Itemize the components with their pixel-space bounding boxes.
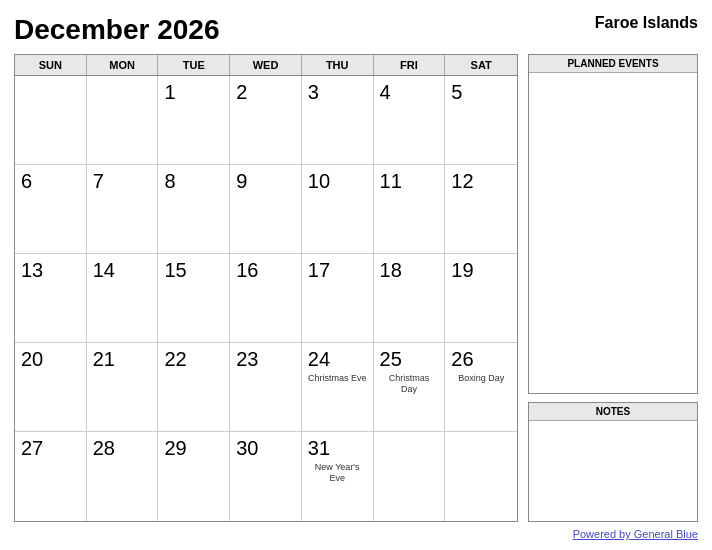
notes-title: NOTES (529, 403, 697, 421)
table-row: 7 (87, 165, 159, 254)
month-title: December 2026 (14, 14, 219, 46)
table-row: 13 (15, 254, 87, 343)
planned-events-box: PLANNED EVENTS (528, 54, 698, 394)
table-row: 31 New Year's Eve (302, 432, 374, 521)
table-row: 9 (230, 165, 302, 254)
table-row: 21 (87, 343, 159, 432)
table-row (445, 432, 517, 521)
table-row (15, 76, 87, 165)
planned-events-content (529, 73, 697, 393)
day-headers: SUN MON TUE WED THU FRI SAT (15, 55, 517, 76)
day-header-mon: MON (87, 55, 159, 75)
table-row: 18 (374, 254, 446, 343)
table-row: 10 (302, 165, 374, 254)
table-row: 23 (230, 343, 302, 432)
table-row: 4 (374, 76, 446, 165)
table-row: 2 (230, 76, 302, 165)
footer: Powered by General Blue (14, 528, 698, 540)
table-row: 27 (15, 432, 87, 521)
calendar-grid: 1 2 3 4 5 6 7 8 9 10 11 12 13 14 15 16 1… (15, 76, 517, 521)
day-header-thu: THU (302, 55, 374, 75)
table-row: 20 (15, 343, 87, 432)
table-row (87, 76, 159, 165)
table-row: 1 (158, 76, 230, 165)
table-row: 22 (158, 343, 230, 432)
main-content: SUN MON TUE WED THU FRI SAT 1 2 3 4 5 6 … (14, 54, 698, 522)
sidebar: PLANNED EVENTS NOTES (528, 54, 698, 522)
page: December 2026 Faroe Islands SUN MON TUE … (0, 0, 712, 550)
table-row: 25 Christmas Day (374, 343, 446, 432)
table-row: 24 Christmas Eve (302, 343, 374, 432)
table-row: 29 (158, 432, 230, 521)
notes-box: NOTES (528, 402, 698, 522)
table-row: 3 (302, 76, 374, 165)
table-row: 11 (374, 165, 446, 254)
region-title: Faroe Islands (595, 14, 698, 32)
day-header-sun: SUN (15, 55, 87, 75)
table-row: 14 (87, 254, 159, 343)
footer-link[interactable]: Powered by General Blue (573, 528, 698, 540)
table-row: 28 (87, 432, 159, 521)
table-row: 16 (230, 254, 302, 343)
table-row: 12 (445, 165, 517, 254)
table-row (374, 432, 446, 521)
table-row: 15 (158, 254, 230, 343)
calendar-section: SUN MON TUE WED THU FRI SAT 1 2 3 4 5 6 … (14, 54, 518, 522)
table-row: 6 (15, 165, 87, 254)
table-row: 8 (158, 165, 230, 254)
day-header-fri: FRI (374, 55, 446, 75)
header: December 2026 Faroe Islands (14, 14, 698, 46)
planned-events-title: PLANNED EVENTS (529, 55, 697, 73)
day-header-wed: WED (230, 55, 302, 75)
table-row: 26 Boxing Day (445, 343, 517, 432)
notes-content (529, 421, 697, 521)
table-row: 17 (302, 254, 374, 343)
table-row: 19 (445, 254, 517, 343)
day-header-tue: TUE (158, 55, 230, 75)
day-header-sat: SAT (445, 55, 517, 75)
table-row: 5 (445, 76, 517, 165)
table-row: 30 (230, 432, 302, 521)
